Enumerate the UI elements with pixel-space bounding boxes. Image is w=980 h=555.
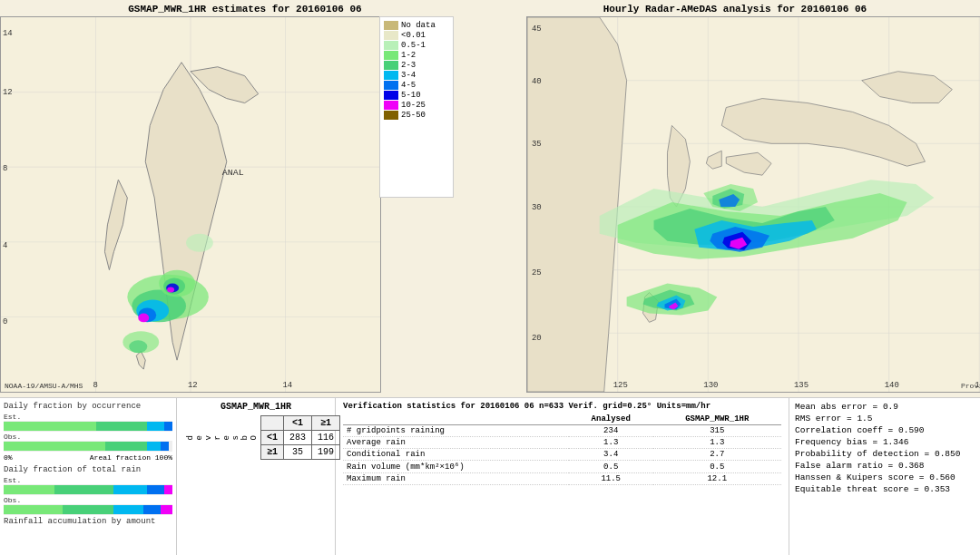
legend-item-3: 3-4 <box>384 71 449 80</box>
svg-text:0: 0 <box>3 317 7 326</box>
legend-item-05: 0.5-1 <box>384 41 449 50</box>
svg-text:30: 30 <box>532 203 542 212</box>
verif-data-row: # gridpoints raining 234 315 <box>343 425 781 437</box>
score-line: RMS error = 1.5 <box>795 414 975 424</box>
legend-label-2: 2-3 <box>401 61 416 70</box>
score-line: Probability of detection = 0.850 <box>795 449 975 459</box>
chart-title-1: Daily fraction by occurrence <box>4 402 172 411</box>
legend-color-5 <box>384 91 398 100</box>
svg-text:25: 25 <box>532 268 542 278</box>
legend-label-05: 0.5-1 <box>401 41 426 50</box>
ct-cell-00: 283 <box>284 431 312 445</box>
verif-cell-analysed: 11.5 <box>569 473 653 485</box>
legend-label-25: 25-50 <box>401 111 426 120</box>
verif-data-row: Rain volume (mm*km²×10⁶) 0.5 0.5 <box>343 461 781 473</box>
svg-point-53 <box>186 234 213 252</box>
svg-text:20: 20 <box>532 334 542 343</box>
svg-text:135: 135 <box>794 381 808 390</box>
svg-point-55 <box>129 340 147 353</box>
chart-title-3: Rainfall accumulation by amount <box>4 517 172 526</box>
score-line: Equitable threat score = 0.353 <box>795 484 975 494</box>
verif-cell-label: Conditional rain <box>343 449 569 461</box>
svg-text:12: 12 <box>3 88 13 97</box>
legend-item-2: 2-3 <box>384 61 449 70</box>
legend-label-1: 1-2 <box>401 51 416 60</box>
legend-color-05 <box>384 41 398 50</box>
verif-table: Analysed GSMAP_MWR_1HR # gridpoints rain… <box>343 414 781 485</box>
ct-row-lt1: <1 283 116 <box>261 431 340 445</box>
legend-panel: No data <0.01 0.5-1 1-2 2-3 3-4 4-5 5-10… <box>379 16 454 198</box>
axis-right-1: Areal fraction 100% <box>90 453 172 462</box>
verif-cell-label: Rain volume (mm*km²×10⁶) <box>343 461 569 473</box>
verif-col-analysed: Analysed <box>569 414 653 425</box>
verif-cell-analysed: 0.5 <box>569 461 653 473</box>
legend-color-3 <box>384 71 398 80</box>
legend-item-5: 5-10 <box>384 91 449 100</box>
svg-point-48 <box>138 313 149 322</box>
legend-color-25 <box>384 111 398 120</box>
ct-rowlabel-ge1: ≥1 <box>261 445 284 460</box>
svg-text:14: 14 <box>3 29 13 38</box>
ct-cell-10: 35 <box>284 445 312 460</box>
legend-label-10: 10-25 <box>401 101 426 110</box>
svg-text:45: 45 <box>532 24 542 34</box>
legend-color-4 <box>384 81 398 90</box>
chart-axis-1: 0% Areal fraction 100% <box>4 453 172 462</box>
verif-cell-label: Average rain <box>343 437 569 449</box>
verif-cell-label: # gridpoints raining <box>343 425 569 437</box>
legend-color-2 <box>384 61 398 70</box>
legend-color-10 <box>384 101 398 110</box>
svg-text:8: 8 <box>3 164 7 173</box>
contingency-table: <1 ≥1 <1 283 116 ≥1 35 199 <box>260 415 340 460</box>
verif-cell-analysed: 234 <box>569 425 653 437</box>
verif-col-gsmap: GSMAP_MWR_1HR <box>653 414 781 425</box>
contingency-panel: GSMAP_MWR_1HR Observed <1 ≥1 <1 <box>177 398 336 555</box>
ct-rowlabel-lt1: <1 <box>261 431 284 445</box>
svg-text:125: 125 <box>613 381 628 390</box>
ct-header-lt1: <1 <box>284 416 312 431</box>
score-line: False alarm ratio = 0.368 <box>795 461 975 471</box>
legend-label-nodata: No data <box>401 21 436 30</box>
verif-cell-analysed: 1.3 <box>569 437 653 449</box>
map-left: GSMAP_MWR_1HR 8 12 14 0 4 8 12 <box>0 16 381 393</box>
ct-row-ge1: ≥1 35 199 <box>261 445 340 460</box>
svg-text:14: 14 <box>283 381 293 390</box>
svg-text:140: 140 <box>885 381 899 390</box>
score-line: Correlation coeff = 0.590 <box>795 425 975 435</box>
verif-cell-gsmap: 12.1 <box>653 473 781 485</box>
legend-label-4: 4-5 <box>401 81 416 90</box>
legend-item-001: <0.01 <box>384 31 449 40</box>
title-left: GSMAP_MWR_1HR estimates for 20160106 06 <box>0 4 490 15</box>
verif-cell-gsmap: 315 <box>653 425 781 437</box>
observed-vertical-label: Observed <box>184 435 260 440</box>
legend-color-001 <box>384 31 398 40</box>
svg-text:8: 8 <box>93 381 98 390</box>
score-line: Hanssen & Kuipers score = 0.560 <box>795 472 975 482</box>
est-label-1: Est. <box>4 413 172 421</box>
provided-label: Provided by: JWA/JMA <box>961 382 980 390</box>
svg-text:ANAL: ANAL <box>222 168 244 178</box>
top-titles: GSMAP_MWR_1HR estimates for 20160106 06 … <box>0 4 980 15</box>
svg-text:40: 40 <box>532 77 542 86</box>
legend-item-10: 10-25 <box>384 101 449 110</box>
verif-data-row: Average rain 1.3 1.3 <box>343 437 781 449</box>
map-right: 20 25 30 35 40 45 125 130 135 140 145 15… <box>526 16 980 393</box>
verif-data-row: Maximum rain 11.5 12.1 <box>343 473 781 485</box>
verif-title: Verification statistics for 20160106 06 … <box>343 402 781 411</box>
legend-label-001: <0.01 <box>401 31 426 40</box>
score-line: Frequency bias = 1.346 <box>795 437 975 447</box>
ct-title: GSMAP_MWR_1HR <box>184 402 328 412</box>
legend-color-1 <box>384 51 398 60</box>
legend-item-1: 1-2 <box>384 51 449 60</box>
left-map-svg: 8 12 14 0 4 8 12 14 ANAL <box>1 17 380 392</box>
svg-point-52 <box>167 287 174 293</box>
verif-panel: Verification statistics for 20160106 06 … <box>336 398 789 555</box>
verif-cell-gsmap: 0.5 <box>653 461 781 473</box>
legend-color-nodata <box>384 21 398 30</box>
svg-text:4: 4 <box>3 241 7 250</box>
charts-panel: Daily fraction by occurrence Est. Obs. 0… <box>0 398 177 555</box>
legend-label-3: 3-4 <box>401 71 416 80</box>
noaa-label: NOAA-19/AMSU-A/MHS <box>5 382 83 390</box>
obs-label-2: Obs. <box>4 496 172 504</box>
verif-header-row: Analysed GSMAP_MWR_1HR <box>343 414 781 425</box>
